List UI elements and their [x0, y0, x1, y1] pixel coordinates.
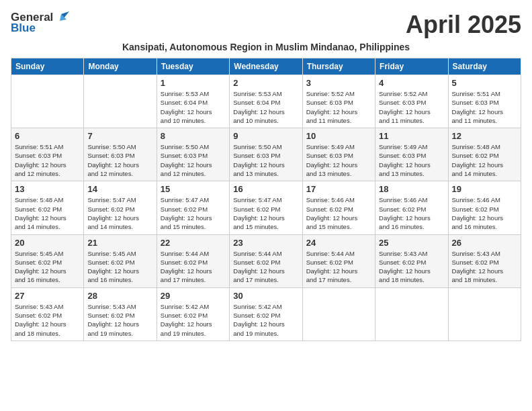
calendar-cell: 17Sunrise: 5:46 AM Sunset: 6:02 PM Dayli… — [302, 181, 375, 234]
month-title: April 2025 — [406, 11, 521, 39]
day-number: 13 — [15, 184, 80, 194]
calendar-cell: 27Sunrise: 5:43 AM Sunset: 6:02 PM Dayli… — [11, 287, 84, 340]
column-header-tuesday: Tuesday — [157, 58, 229, 75]
column-headers: SundayMondayTuesdayWednesdayThursdayFrid… — [11, 58, 521, 75]
column-header-friday: Friday — [375, 58, 448, 75]
calendar-subtitle: Kansipati, Autonomous Region in Muslim M… — [11, 42, 521, 52]
day-info: Sunrise: 5:49 AM Sunset: 6:03 PM Dayligh… — [306, 142, 371, 178]
day-info: Sunrise: 5:52 AM Sunset: 6:03 PM Dayligh… — [379, 89, 444, 125]
calendar-cell: 19Sunrise: 5:46 AM Sunset: 6:02 PM Dayli… — [448, 181, 521, 234]
day-info: Sunrise: 5:51 AM Sunset: 6:03 PM Dayligh… — [15, 142, 80, 178]
calendar-cell — [11, 75, 84, 128]
day-info: Sunrise: 5:44 AM Sunset: 6:02 PM Dayligh… — [233, 249, 298, 285]
day-info: Sunrise: 5:50 AM Sunset: 6:03 PM Dayligh… — [161, 142, 226, 178]
day-info: Sunrise: 5:48 AM Sunset: 6:02 PM Dayligh… — [452, 142, 517, 178]
day-info: Sunrise: 5:42 AM Sunset: 6:02 PM Dayligh… — [233, 302, 298, 338]
calendar-table: SundayMondayTuesdayWednesdayThursdayFrid… — [11, 58, 521, 341]
day-number: 25 — [379, 238, 444, 248]
calendar-cell: 9Sunrise: 5:50 AM Sunset: 6:03 PM Daylig… — [230, 128, 302, 181]
day-number: 28 — [87, 291, 152, 301]
day-info: Sunrise: 5:53 AM Sunset: 6:04 PM Dayligh… — [161, 89, 226, 125]
day-number: 5 — [452, 78, 517, 88]
column-header-thursday: Thursday — [302, 58, 375, 75]
day-number: 6 — [15, 131, 80, 141]
calendar-cell: 24Sunrise: 5:44 AM Sunset: 6:02 PM Dayli… — [302, 234, 375, 287]
week-row-1: 1Sunrise: 5:53 AM Sunset: 6:04 PM Daylig… — [11, 75, 521, 128]
calendar-cell: 23Sunrise: 5:44 AM Sunset: 6:02 PM Dayli… — [230, 234, 302, 287]
day-number: 26 — [452, 238, 517, 248]
week-row-3: 13Sunrise: 5:48 AM Sunset: 6:02 PM Dayli… — [11, 181, 521, 234]
day-info: Sunrise: 5:48 AM Sunset: 6:02 PM Dayligh… — [15, 195, 80, 231]
day-number: 29 — [161, 291, 226, 301]
calendar-cell: 5Sunrise: 5:51 AM Sunset: 6:03 PM Daylig… — [448, 75, 521, 128]
day-info: Sunrise: 5:50 AM Sunset: 6:03 PM Dayligh… — [233, 142, 298, 178]
calendar-cell: 25Sunrise: 5:43 AM Sunset: 6:02 PM Dayli… — [375, 234, 448, 287]
day-number: 7 — [87, 131, 152, 141]
day-number: 10 — [306, 131, 371, 141]
day-info: Sunrise: 5:51 AM Sunset: 6:03 PM Dayligh… — [452, 89, 517, 125]
day-number: 8 — [161, 131, 226, 141]
day-number: 4 — [379, 78, 444, 88]
calendar-cell: 4Sunrise: 5:52 AM Sunset: 6:03 PM Daylig… — [375, 75, 448, 128]
day-info: Sunrise: 5:46 AM Sunset: 6:02 PM Dayligh… — [379, 195, 444, 231]
calendar-cell — [448, 287, 521, 340]
column-header-sunday: Sunday — [11, 58, 84, 75]
day-number: 18 — [379, 184, 444, 194]
day-number: 23 — [233, 238, 298, 248]
day-number: 21 — [87, 238, 152, 248]
day-info: Sunrise: 5:46 AM Sunset: 6:02 PM Dayligh… — [306, 195, 371, 231]
day-info: Sunrise: 5:47 AM Sunset: 6:02 PM Dayligh… — [161, 195, 226, 231]
calendar-cell — [302, 287, 375, 340]
calendar-cell: 21Sunrise: 5:45 AM Sunset: 6:02 PM Dayli… — [84, 234, 157, 287]
calendar-cell: 7Sunrise: 5:50 AM Sunset: 6:03 PM Daylig… — [84, 128, 157, 181]
day-number: 27 — [15, 291, 80, 301]
calendar-cell: 2Sunrise: 5:53 AM Sunset: 6:04 PM Daylig… — [230, 75, 302, 128]
calendar-cell: 18Sunrise: 5:46 AM Sunset: 6:02 PM Dayli… — [375, 181, 448, 234]
calendar-cell: 22Sunrise: 5:44 AM Sunset: 6:02 PM Dayli… — [157, 234, 229, 287]
day-info: Sunrise: 5:44 AM Sunset: 6:02 PM Dayligh… — [306, 249, 371, 285]
column-header-monday: Monday — [84, 58, 157, 75]
calendar-cell: 12Sunrise: 5:48 AM Sunset: 6:02 PM Dayli… — [448, 128, 521, 181]
week-row-4: 20Sunrise: 5:45 AM Sunset: 6:02 PM Dayli… — [11, 234, 521, 287]
day-info: Sunrise: 5:49 AM Sunset: 6:03 PM Dayligh… — [379, 142, 444, 178]
day-number: 3 — [306, 78, 371, 88]
day-number: 17 — [306, 184, 371, 194]
calendar-cell: 6Sunrise: 5:51 AM Sunset: 6:03 PM Daylig… — [11, 128, 84, 181]
calendar-cell: 11Sunrise: 5:49 AM Sunset: 6:03 PM Dayli… — [375, 128, 448, 181]
day-number: 9 — [233, 131, 298, 141]
calendar-cell: 16Sunrise: 5:47 AM Sunset: 6:02 PM Dayli… — [230, 181, 302, 234]
day-number: 16 — [233, 184, 298, 194]
day-info: Sunrise: 5:46 AM Sunset: 6:02 PM Dayligh… — [452, 195, 517, 231]
day-number: 2 — [233, 78, 298, 88]
day-number: 15 — [161, 184, 226, 194]
header: General Blue April 2025 — [11, 11, 521, 39]
calendar-cell: 15Sunrise: 5:47 AM Sunset: 6:02 PM Dayli… — [157, 181, 229, 234]
day-number: 11 — [379, 131, 444, 141]
calendar-cell: 20Sunrise: 5:45 AM Sunset: 6:02 PM Dayli… — [11, 234, 84, 287]
day-number: 1 — [161, 78, 226, 88]
day-number: 12 — [452, 131, 517, 141]
day-info: Sunrise: 5:53 AM Sunset: 6:04 PM Dayligh… — [233, 89, 298, 125]
calendar-cell: 1Sunrise: 5:53 AM Sunset: 6:04 PM Daylig… — [157, 75, 229, 128]
day-info: Sunrise: 5:50 AM Sunset: 6:03 PM Dayligh… — [87, 142, 152, 178]
week-row-5: 27Sunrise: 5:43 AM Sunset: 6:02 PM Dayli… — [11, 287, 521, 340]
day-info: Sunrise: 5:43 AM Sunset: 6:02 PM Dayligh… — [379, 249, 444, 285]
day-info: Sunrise: 5:45 AM Sunset: 6:02 PM Dayligh… — [15, 249, 80, 285]
day-number: 24 — [306, 238, 371, 248]
calendar-cell: 28Sunrise: 5:43 AM Sunset: 6:02 PM Dayli… — [84, 287, 157, 340]
logo-blue-text: Blue — [11, 21, 36, 35]
day-info: Sunrise: 5:43 AM Sunset: 6:02 PM Dayligh… — [452, 249, 517, 285]
day-number: 20 — [15, 238, 80, 248]
calendar-cell: 29Sunrise: 5:42 AM Sunset: 6:02 PM Dayli… — [157, 287, 229, 340]
column-header-wednesday: Wednesday — [230, 58, 302, 75]
day-number: 14 — [87, 184, 152, 194]
day-info: Sunrise: 5:47 AM Sunset: 6:02 PM Dayligh… — [87, 195, 152, 231]
logo: General Blue — [11, 11, 69, 35]
day-info: Sunrise: 5:42 AM Sunset: 6:02 PM Dayligh… — [161, 302, 226, 338]
calendar-cell: 13Sunrise: 5:48 AM Sunset: 6:02 PM Dayli… — [11, 181, 84, 234]
week-row-2: 6Sunrise: 5:51 AM Sunset: 6:03 PM Daylig… — [11, 128, 521, 181]
day-info: Sunrise: 5:43 AM Sunset: 6:02 PM Dayligh… — [87, 302, 152, 338]
calendar-cell: 8Sunrise: 5:50 AM Sunset: 6:03 PM Daylig… — [157, 128, 229, 181]
day-info: Sunrise: 5:45 AM Sunset: 6:02 PM Dayligh… — [87, 249, 152, 285]
calendar-cell: 14Sunrise: 5:47 AM Sunset: 6:02 PM Dayli… — [84, 181, 157, 234]
